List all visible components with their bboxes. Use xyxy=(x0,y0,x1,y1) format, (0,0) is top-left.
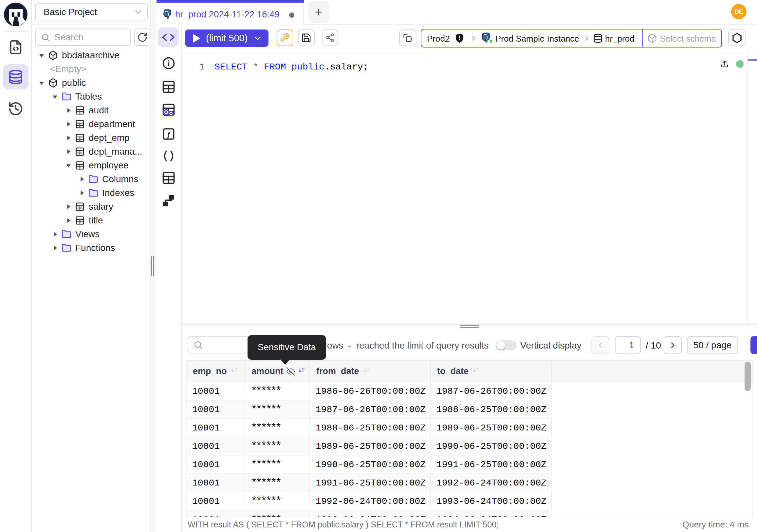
svg-text:f: f xyxy=(167,130,170,139)
